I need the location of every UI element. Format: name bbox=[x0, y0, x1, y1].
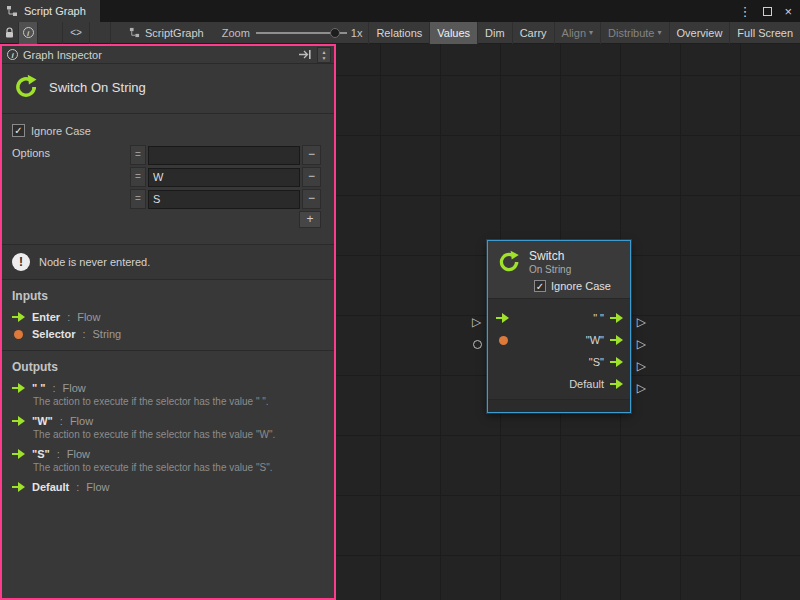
selector-port-icon[interactable] bbox=[499, 336, 508, 345]
node-footer bbox=[488, 399, 630, 412]
drag-handle-icon[interactable]: = bbox=[130, 167, 146, 187]
drag-handle-icon[interactable]: = bbox=[130, 189, 146, 209]
switch-node-icon bbox=[496, 249, 522, 275]
option-input-0[interactable] bbox=[148, 146, 300, 165]
overview-button[interactable]: Overview bbox=[669, 22, 730, 44]
switch-node[interactable]: Switch On String ✓ Ignore Case " " " bbox=[487, 240, 631, 413]
options-list: = − = − = − + bbox=[130, 145, 321, 228]
code-view-button[interactable]: <> bbox=[62, 22, 90, 44]
port-type: Flow bbox=[70, 415, 93, 427]
node-header[interactable]: Switch On String ✓ Ignore Case bbox=[488, 241, 630, 299]
node-port-label: Default bbox=[569, 378, 604, 390]
remove-option-button[interactable]: − bbox=[302, 167, 321, 187]
toolbar-buttons: Relations Values Dim Carry Align▾ Distri… bbox=[368, 22, 800, 44]
chevron-down-icon: ▾ bbox=[658, 29, 662, 37]
node-title-text: Switch On String bbox=[49, 80, 146, 95]
window-tab[interactable]: Script Graph bbox=[0, 0, 100, 22]
flow-port-icon[interactable] bbox=[610, 379, 623, 389]
zoom-label: Zoom bbox=[222, 27, 250, 39]
panel-scroll-spinner[interactable]: ▲ ▼ bbox=[317, 47, 331, 63]
node-ignore-case-label: Ignore Case bbox=[551, 280, 611, 292]
port-description: The action to execute if the selector ha… bbox=[2, 396, 334, 412]
node-port-row: "S" bbox=[488, 351, 630, 373]
align-button[interactable]: Align▾ bbox=[554, 22, 600, 44]
graph-canvas[interactable]: Switch On String ✓ Ignore Case " " " bbox=[336, 44, 800, 600]
port-type: Flow bbox=[67, 448, 90, 460]
check-icon: ✓ bbox=[14, 125, 22, 136]
output-port-row: Default : Flow bbox=[2, 478, 334, 495]
outputs-header: Outputs bbox=[2, 351, 334, 379]
remove-option-button[interactable]: − bbox=[302, 145, 321, 165]
graph-name-label: ScriptGraph bbox=[145, 27, 204, 39]
check-icon: ✓ bbox=[536, 281, 544, 292]
node-port-row: Default bbox=[488, 373, 630, 395]
titlebar: Script Graph ⋮ × bbox=[0, 0, 800, 22]
value-port-icon bbox=[14, 330, 23, 339]
list-item: = − bbox=[130, 189, 321, 209]
port-name: " " bbox=[32, 382, 46, 394]
port-description: The action to execute if the selector ha… bbox=[2, 429, 334, 445]
graph-inspector-panel: i Graph Inspector ▲ ▼ Switch On String ✓… bbox=[0, 44, 336, 600]
warning-banner: ! Node is never entered. bbox=[2, 244, 334, 280]
carry-button[interactable]: Carry bbox=[512, 22, 554, 44]
maximize-icon[interactable] bbox=[763, 7, 772, 16]
flow-port-icon[interactable] bbox=[610, 313, 623, 323]
external-input-triangle-icon[interactable]: ▷ bbox=[472, 316, 481, 328]
distribute-button[interactable]: Distribute▾ bbox=[600, 22, 668, 44]
option-input-1[interactable] bbox=[148, 168, 300, 187]
dock-panel-icon[interactable] bbox=[298, 49, 312, 60]
inspector-toggle-button[interactable]: i bbox=[19, 22, 38, 44]
flow-port-icon bbox=[12, 416, 25, 426]
graph-toolbar: i <> ScriptGraph Zoom 1x Relations Value… bbox=[0, 22, 800, 44]
list-item: = − bbox=[130, 167, 321, 187]
outputs-section: Outputs " " : Flow The action to execute… bbox=[2, 350, 334, 495]
lock-button[interactable] bbox=[0, 22, 19, 44]
code-icon: <> bbox=[70, 27, 82, 38]
external-value-circle-icon[interactable] bbox=[473, 340, 482, 349]
input-port-row: Enter : Flow bbox=[2, 308, 334, 325]
output-port-row: "S" : Flow bbox=[2, 445, 334, 462]
switch-node-icon bbox=[12, 73, 40, 101]
enter-port-icon[interactable] bbox=[496, 313, 509, 323]
port-type: Flow bbox=[63, 382, 86, 394]
window-title: Script Graph bbox=[24, 5, 86, 17]
info-icon: i bbox=[7, 49, 18, 60]
window-controls: ⋮ × bbox=[738, 4, 800, 19]
list-item: = − bbox=[130, 145, 321, 165]
flow-port-icon[interactable] bbox=[610, 335, 623, 345]
node-port-label: "W" bbox=[586, 334, 604, 346]
zoom-slider-thumb[interactable] bbox=[330, 28, 340, 38]
port-name: Selector bbox=[32, 328, 75, 340]
zoom-slider[interactable] bbox=[256, 22, 347, 44]
relations-button[interactable]: Relations bbox=[368, 22, 429, 44]
port-type: String bbox=[92, 328, 121, 340]
drag-handle-icon[interactable]: = bbox=[130, 145, 146, 165]
port-name: Enter bbox=[32, 311, 60, 323]
output-port-row: " " : Flow bbox=[2, 379, 334, 396]
options-label: Options bbox=[12, 145, 130, 228]
port-description: The action to execute if the selector ha… bbox=[2, 462, 334, 478]
graph-breadcrumb[interactable]: ScriptGraph bbox=[111, 27, 214, 39]
dim-button[interactable]: Dim bbox=[477, 22, 512, 44]
external-output-triangle-icon[interactable]: ▷ bbox=[637, 382, 646, 394]
external-output-triangle-icon[interactable]: ▷ bbox=[637, 360, 646, 372]
option-input-2[interactable] bbox=[148, 190, 300, 209]
node-port-row: " " bbox=[488, 307, 630, 329]
chevron-down-icon: ▾ bbox=[589, 29, 593, 37]
flow-port-icon[interactable] bbox=[610, 357, 623, 367]
external-output-triangle-icon[interactable]: ▷ bbox=[637, 316, 646, 328]
port-name: Default bbox=[32, 481, 69, 493]
external-output-triangle-icon[interactable]: ▷ bbox=[637, 338, 646, 350]
ignore-case-checkbox[interactable]: ✓ bbox=[12, 124, 25, 137]
inspector-header-title: Graph Inspector bbox=[23, 49, 102, 61]
output-port-row: "W" : Flow bbox=[2, 412, 334, 429]
add-option-button[interactable]: + bbox=[299, 211, 321, 228]
remove-option-button[interactable]: − bbox=[302, 189, 321, 209]
fullscreen-button[interactable]: Full Screen bbox=[729, 22, 800, 44]
scroll-down-icon[interactable]: ▼ bbox=[322, 55, 327, 61]
node-ignore-case-checkbox[interactable]: ✓ bbox=[534, 280, 546, 292]
values-button[interactable]: Values bbox=[429, 22, 477, 44]
close-icon[interactable]: × bbox=[784, 4, 792, 19]
menu-icon[interactable]: ⋮ bbox=[738, 4, 751, 19]
flow-port-icon bbox=[12, 449, 25, 459]
